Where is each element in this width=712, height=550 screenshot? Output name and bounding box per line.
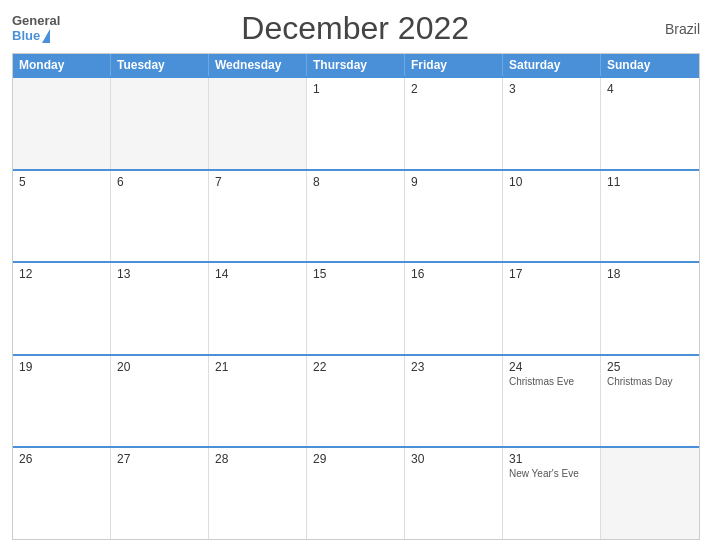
empty-cell [13, 78, 111, 169]
day-number: 27 [117, 452, 202, 466]
day-cell-19: 19 [13, 356, 111, 447]
day-number: 31 [509, 452, 594, 466]
day-cell-6: 6 [111, 171, 209, 262]
day-cell-26: 26 [13, 448, 111, 539]
empty-cell [601, 448, 699, 539]
day-cell-31: 31New Year's Eve [503, 448, 601, 539]
day-number: 1 [313, 82, 398, 96]
day-number: 13 [117, 267, 202, 281]
calendar-body: 123456789101112131415161718192021222324C… [13, 76, 699, 539]
day-number: 23 [411, 360, 496, 374]
day-cell-2: 2 [405, 78, 503, 169]
empty-cell [209, 78, 307, 169]
day-number: 15 [313, 267, 398, 281]
day-cell-27: 27 [111, 448, 209, 539]
logo-icon: General Blue [12, 14, 60, 43]
day-cell-4: 4 [601, 78, 699, 169]
weekday-header-thursday: Thursday [307, 54, 405, 76]
day-number: 30 [411, 452, 496, 466]
day-cell-15: 15 [307, 263, 405, 354]
calendar-week-2: 567891011 [13, 169, 699, 262]
calendar-week-5: 262728293031New Year's Eve [13, 446, 699, 539]
day-cell-24: 24Christmas Eve [503, 356, 601, 447]
country-label: Brazil [650, 21, 700, 37]
day-number: 18 [607, 267, 693, 281]
weekday-header-wednesday: Wednesday [209, 54, 307, 76]
day-number: 20 [117, 360, 202, 374]
day-number: 22 [313, 360, 398, 374]
calendar-page: General Blue December 2022 Brazil Monday… [0, 0, 712, 550]
day-number: 7 [215, 175, 300, 189]
calendar: MondayTuesdayWednesdayThursdayFridaySatu… [12, 53, 700, 540]
day-cell-14: 14 [209, 263, 307, 354]
day-number: 24 [509, 360, 594, 374]
day-cell-16: 16 [405, 263, 503, 354]
day-number: 25 [607, 360, 693, 374]
weekday-header-saturday: Saturday [503, 54, 601, 76]
day-cell-28: 28 [209, 448, 307, 539]
calendar-week-3: 12131415161718 [13, 261, 699, 354]
day-cell-20: 20 [111, 356, 209, 447]
day-cell-10: 10 [503, 171, 601, 262]
day-number: 28 [215, 452, 300, 466]
event-label: New Year's Eve [509, 468, 594, 479]
day-cell-21: 21 [209, 356, 307, 447]
day-cell-12: 12 [13, 263, 111, 354]
weekday-header-sunday: Sunday [601, 54, 699, 76]
day-number: 19 [19, 360, 104, 374]
weekday-header-friday: Friday [405, 54, 503, 76]
day-number: 14 [215, 267, 300, 281]
day-cell-1: 1 [307, 78, 405, 169]
day-cell-17: 17 [503, 263, 601, 354]
day-cell-13: 13 [111, 263, 209, 354]
logo-text-blue: Blue [12, 29, 50, 43]
day-number: 21 [215, 360, 300, 374]
day-cell-11: 11 [601, 171, 699, 262]
day-number: 26 [19, 452, 104, 466]
weekday-header-monday: Monday [13, 54, 111, 76]
day-number: 9 [411, 175, 496, 189]
day-cell-3: 3 [503, 78, 601, 169]
day-number: 8 [313, 175, 398, 189]
calendar-week-1: 1234 [13, 76, 699, 169]
day-cell-25: 25Christmas Day [601, 356, 699, 447]
day-cell-9: 9 [405, 171, 503, 262]
day-number: 10 [509, 175, 594, 189]
day-cell-8: 8 [307, 171, 405, 262]
day-cell-22: 22 [307, 356, 405, 447]
day-number: 29 [313, 452, 398, 466]
day-number: 12 [19, 267, 104, 281]
day-number: 4 [607, 82, 693, 96]
page-title: December 2022 [60, 10, 650, 47]
logo-text-general: General [12, 14, 60, 28]
day-cell-30: 30 [405, 448, 503, 539]
calendar-week-4: 192021222324Christmas Eve25Christmas Day [13, 354, 699, 447]
empty-cell [111, 78, 209, 169]
event-label: Christmas Day [607, 376, 693, 387]
calendar-header: MondayTuesdayWednesdayThursdayFridaySatu… [13, 54, 699, 76]
header: General Blue December 2022 Brazil [12, 10, 700, 47]
day-cell-5: 5 [13, 171, 111, 262]
event-label: Christmas Eve [509, 376, 594, 387]
day-number: 17 [509, 267, 594, 281]
day-number: 6 [117, 175, 202, 189]
day-cell-7: 7 [209, 171, 307, 262]
day-cell-29: 29 [307, 448, 405, 539]
day-number: 11 [607, 175, 693, 189]
day-number: 16 [411, 267, 496, 281]
weekday-header-tuesday: Tuesday [111, 54, 209, 76]
logo: General Blue [12, 14, 60, 43]
logo-triangle-icon [42, 29, 50, 43]
day-number: 3 [509, 82, 594, 96]
day-number: 5 [19, 175, 104, 189]
day-cell-18: 18 [601, 263, 699, 354]
day-number: 2 [411, 82, 496, 96]
day-cell-23: 23 [405, 356, 503, 447]
